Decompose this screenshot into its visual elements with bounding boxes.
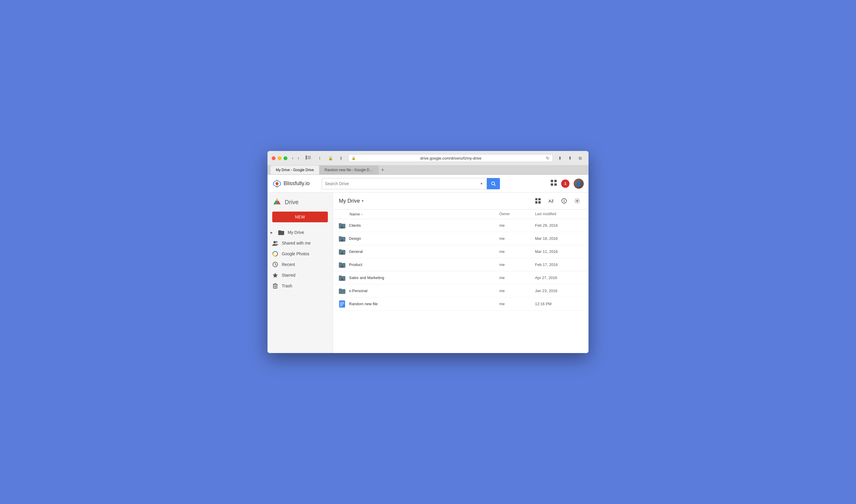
file-name-cell: Clients xyxy=(339,222,499,229)
svg-rect-2 xyxy=(308,157,311,158)
chevron-right-icon: ▶ xyxy=(270,231,274,234)
folder-title-button[interactable]: My Drive ▾ xyxy=(339,198,363,204)
forward-button[interactable]: › xyxy=(296,155,301,161)
folder-shared-icon xyxy=(339,222,345,229)
content-header: My Drive ▾ AZ xyxy=(333,193,588,210)
notification-badge: 1 xyxy=(561,179,569,188)
svg-rect-31 xyxy=(538,201,541,203)
search-dropdown-button[interactable]: ▾ xyxy=(479,182,484,186)
owner-column-header: Owner xyxy=(499,212,535,216)
file-name-cell: Design xyxy=(339,235,499,242)
drive-logo-icon xyxy=(272,197,282,207)
file-name-cell: Product xyxy=(339,262,499,268)
name-column-header[interactable]: Name ↑ xyxy=(350,212,499,216)
svg-rect-28 xyxy=(535,198,537,200)
new-button[interactable]: NEW xyxy=(272,212,328,222)
extension-lock-button[interactable]: 🔒 xyxy=(326,154,335,162)
table-row[interactable]: Clients me Feb 29, 2016 xyxy=(333,219,588,232)
search-input[interactable] xyxy=(325,181,479,186)
sidebar-item-google-photos-label: Google Photos xyxy=(282,251,309,256)
people-icon xyxy=(272,240,278,246)
svg-rect-44 xyxy=(340,305,343,305)
minimize-button[interactable] xyxy=(278,156,282,160)
svg-point-37 xyxy=(341,239,343,240)
browser-window: ‹ › I 🔒 ℹ 🔒 ↻ ⬇ ⬆ ⧉ M xyxy=(268,151,588,353)
sidebar-item-shared-with-me[interactable]: Shared with me xyxy=(268,238,330,249)
blissfully-logo-icon xyxy=(272,179,282,188)
address-input[interactable] xyxy=(358,156,544,160)
folder-shared-icon xyxy=(339,249,345,255)
back-button[interactable]: ‹ xyxy=(290,155,295,161)
file-owner: me xyxy=(499,263,535,267)
star-icon xyxy=(272,272,278,278)
sidebar-item-recent[interactable]: Recent xyxy=(268,259,330,270)
file-name: Random new file xyxy=(349,302,378,306)
file-owner: me xyxy=(499,289,535,293)
svg-rect-41 xyxy=(339,301,345,308)
extension-info-button[interactable]: ℹ xyxy=(337,154,345,162)
file-owner: me xyxy=(499,275,535,280)
tab-random-new-file[interactable]: Random new file - Google Docs xyxy=(319,165,379,175)
folder-icon xyxy=(278,230,284,235)
grid-view-button[interactable] xyxy=(533,196,543,206)
sidebar: Drive NEW ▶ My Drive xyxy=(268,193,333,353)
window-controls-button[interactable]: ⧉ xyxy=(576,154,584,162)
folder-shared-icon xyxy=(339,262,345,268)
file-date: Feb 17, 2016 xyxy=(535,263,583,267)
browser-titlebar: ‹ › I 🔒 ℹ 🔒 ↻ ⬇ ⬆ ⧉ xyxy=(268,151,588,165)
file-owner: me xyxy=(499,249,535,254)
file-date: Feb 29, 2016 xyxy=(535,223,583,228)
download-button[interactable]: ⬇ xyxy=(556,154,564,162)
file-date: Jan 23, 2016 xyxy=(535,289,583,293)
svg-rect-45 xyxy=(340,306,342,306)
file-name: x-Personal xyxy=(349,289,368,293)
file-owner: me xyxy=(499,223,535,228)
sidebar-item-my-drive[interactable]: ▶ My Drive xyxy=(268,227,330,238)
main-layout: Drive NEW ▶ My Drive xyxy=(268,193,588,353)
app-topbar: Blissfully.io ▾ xyxy=(268,175,588,193)
text-tool-button[interactable]: I xyxy=(316,154,324,162)
logo-area: Blissfully.io xyxy=(272,179,317,188)
drive-title: Drive xyxy=(285,199,299,206)
close-button[interactable] xyxy=(272,156,275,160)
settings-button[interactable] xyxy=(572,196,583,206)
avatar-button[interactable]: 👤 xyxy=(574,179,584,189)
photos-icon xyxy=(272,251,278,257)
sidebar-toggle-button[interactable] xyxy=(304,155,313,161)
content-toolbar: AZ xyxy=(533,196,583,206)
search-button[interactable] xyxy=(487,178,500,189)
svg-point-36 xyxy=(341,226,343,227)
table-row[interactable]: Product me Feb 17, 2016 xyxy=(333,258,588,271)
table-row[interactable]: Sales and Marketing me Apr 27, 2016 xyxy=(333,271,588,284)
file-date: 12:16 PM xyxy=(535,302,583,306)
table-row[interactable]: General me Mar 11, 2016 xyxy=(333,245,588,258)
svg-rect-10 xyxy=(551,180,553,182)
table-row[interactable]: Random new file me 12:16 PM xyxy=(333,298,588,310)
sidebar-item-google-photos[interactable]: Google Photos xyxy=(268,249,330,259)
tab-my-drive[interactable]: My Drive - Google Drive xyxy=(270,165,319,175)
svg-point-8 xyxy=(492,182,495,185)
grid-icon xyxy=(550,179,557,186)
info-button[interactable] xyxy=(559,196,569,206)
table-row[interactable]: x-Personal me Jan 23, 2016 xyxy=(333,284,588,298)
table-row[interactable]: Design me Mar 18, 2016 xyxy=(333,232,588,245)
apps-grid-button[interactable] xyxy=(550,179,557,187)
trash-icon xyxy=(272,283,278,289)
refresh-button[interactable]: ↻ xyxy=(546,156,550,160)
file-name-cell: x-Personal xyxy=(339,288,499,294)
last-modified-column-header: Last modified xyxy=(535,212,583,216)
svg-rect-1 xyxy=(308,156,311,157)
maximize-button[interactable] xyxy=(284,156,287,160)
new-tab-button[interactable]: + xyxy=(379,166,387,175)
notification-button[interactable]: 1 xyxy=(561,179,569,188)
logo-text: Blissfully.io xyxy=(284,180,310,187)
sidebar-item-trash[interactable]: Trash xyxy=(268,281,330,291)
folder-shared-icon xyxy=(339,236,345,241)
share-button[interactable]: ⬆ xyxy=(566,154,574,162)
sidebar-item-my-drive-label: My Drive xyxy=(288,230,304,235)
sort-button[interactable]: AZ xyxy=(546,196,556,206)
sidebar-item-starred[interactable]: Starred xyxy=(268,270,330,281)
file-list: Clients me Feb 29, 2016 Design me Mar 18… xyxy=(333,219,588,310)
avatar: 👤 xyxy=(574,179,584,189)
file-name: Design xyxy=(349,236,361,241)
